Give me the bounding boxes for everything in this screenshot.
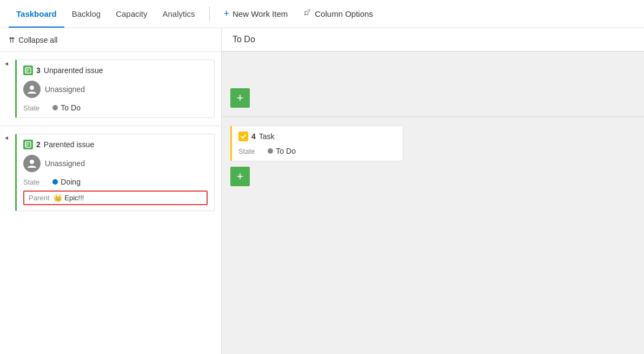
task-4-state-row: State To Do — [238, 147, 396, 155]
task-4-name: Task — [259, 132, 275, 141]
collapse-arrows-icon: ⇈ — [9, 36, 15, 44]
card-1-title-row: 3 Unparented issue — [23, 65, 208, 75]
card-1-state-text: To Do — [61, 103, 81, 112]
svg-point-7 — [30, 86, 34, 90]
plus-icon-row1: + — [237, 91, 244, 105]
row2-collapse-arrow[interactable]: ◄ — [0, 132, 13, 213]
card-1-state-row: State To Do — [23, 103, 208, 112]
card-2-state-dot — [52, 179, 58, 185]
card-1-state-value: To Do — [52, 103, 81, 112]
card-1-state-dot — [52, 105, 58, 110]
card-1-state-label: State — [23, 104, 39, 112]
card-2-parent-text: Epic!!! — [64, 194, 84, 202]
nav-divider — [209, 6, 210, 22]
task-4-state-label: State — [238, 147, 255, 155]
card-2-parent-row: Parent 👑 Epic!!! — [23, 191, 208, 205]
row-2-left: ◄ 2 Parented issue — [0, 126, 221, 219]
svg-point-6 — [26, 71, 27, 73]
svg-point-14 — [26, 146, 27, 147]
task-4-state-text: To Do — [276, 147, 296, 155]
task-4-state-value: To Do — [268, 147, 296, 155]
column-options-button[interactable]: Column Options — [295, 0, 381, 28]
main-content: ⇈ Collapse all To Do ◄ — [0, 28, 644, 354]
issue-icon-2 — [23, 140, 33, 149]
svg-point-12 — [26, 143, 27, 144]
card-2-state-label: State — [23, 178, 39, 186]
card-2-state-text: Doing — [61, 178, 81, 186]
svg-rect-2 — [27, 70, 29, 70]
task-icon-4 — [238, 132, 248, 141]
nav-bar: Taskboard Backlog Capacity Analytics + N… — [0, 0, 644, 28]
svg-point-13 — [26, 144, 27, 145]
card-1-avatar — [23, 81, 41, 98]
task-4-id: 4 — [251, 132, 256, 141]
svg-point-4 — [26, 69, 27, 70]
card-2-parent-value: 👑 Epic!!! — [54, 194, 84, 202]
card-1-assignee-row: Unassigned — [23, 81, 208, 98]
tab-capacity[interactable]: Capacity — [108, 0, 155, 28]
column-options-icon — [303, 9, 311, 19]
work-item-card-2[interactable]: 2 Parented issue Unassigned State — [15, 134, 215, 211]
svg-rect-9 — [27, 143, 29, 143]
card-2-assignee-row: Unassigned — [23, 155, 208, 172]
card-2-parent-label: Parent — [29, 194, 49, 202]
card-2-assignee: Unassigned — [45, 159, 85, 168]
svg-rect-10 — [27, 144, 29, 145]
plus-icon-row2: + — [237, 169, 244, 183]
card-2-name: Parented issue — [44, 140, 94, 149]
right-column: + 4 Task — [222, 52, 644, 354]
card-2-id: 2 — [36, 140, 41, 149]
issue-icon-1 — [23, 65, 33, 75]
add-task-row2-button[interactable]: + — [230, 167, 250, 186]
plus-icon: + — [224, 8, 230, 19]
svg-rect-3 — [27, 71, 28, 72]
card-1-name: Unparented issue — [44, 66, 103, 75]
card-1-id: 3 — [36, 66, 41, 75]
tab-backlog[interactable]: Backlog — [64, 0, 108, 28]
task-card-4[interactable]: 4 Task State To Do — [230, 126, 403, 161]
add-task-row1-button[interactable]: + — [230, 88, 250, 108]
card-2-title-row: 2 Parented issue — [23, 140, 208, 149]
svg-rect-1 — [27, 69, 29, 69]
card-1-assignee: Unassigned — [45, 85, 85, 94]
row-1-right: + — [222, 52, 644, 117]
svg-point-15 — [30, 160, 34, 164]
crown-icon: 👑 — [54, 194, 62, 202]
task-4-title-row: 4 Task — [238, 132, 396, 141]
row-1-left: ◄ 3 Unparented issue — [0, 52, 221, 126]
card-2-state-value: Doing — [52, 178, 81, 186]
svg-point-5 — [26, 70, 27, 71]
card-2-avatar — [23, 155, 41, 172]
work-item-card-1[interactable]: 3 Unparented issue Unassigned State — [15, 60, 215, 118]
task-4-state-dot — [268, 148, 273, 154]
card-2-state-row: State Doing — [23, 178, 208, 186]
row-2-right: 4 Task State To Do + — [222, 117, 644, 195]
tab-analytics[interactable]: Analytics — [155, 0, 202, 28]
left-column: ◄ 3 Unparented issue — [0, 52, 222, 354]
new-work-item-button[interactable]: + New Work Item — [216, 0, 296, 28]
svg-rect-11 — [27, 146, 28, 146]
row1-collapse-arrow[interactable]: ◄ — [0, 57, 13, 120]
tab-taskboard[interactable]: Taskboard — [9, 0, 64, 28]
collapse-all-button[interactable]: ⇈ Collapse all — [0, 30, 66, 50]
todo-column-header: To Do — [222, 28, 644, 51]
